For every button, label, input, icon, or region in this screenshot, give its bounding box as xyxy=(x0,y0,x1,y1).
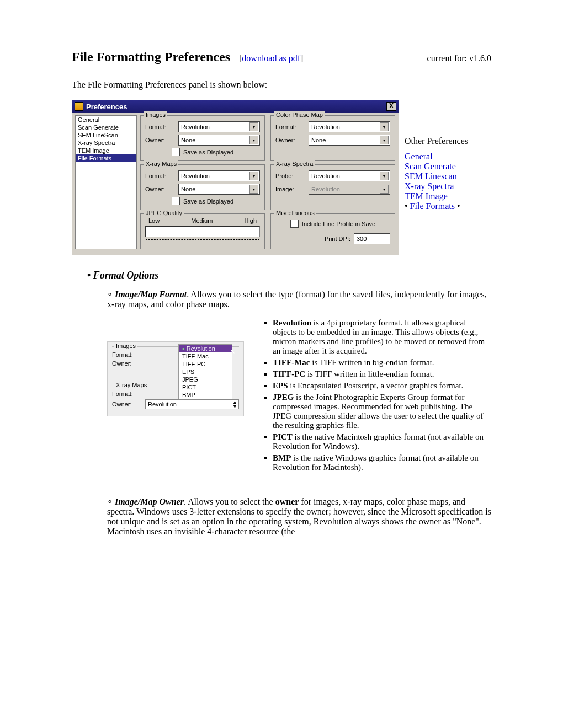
sidebar-item-xray-spectra[interactable]: X-ray Spectra xyxy=(76,139,136,147)
desc-revolution: Revolution is a 4pi proprietary format. … xyxy=(273,318,491,356)
chevron-down-icon xyxy=(380,136,389,144)
include-line-profile-checkbox[interactable] xyxy=(290,220,299,228)
intro-text: The File Formatting Preferences panel is… xyxy=(72,80,491,90)
xrm-owner-label: Owner: xyxy=(145,186,175,192)
xrs-probe-dropdown[interactable]: Revolution xyxy=(309,170,390,181)
option-tiff-mac[interactable]: TIFF-Mac xyxy=(179,352,232,360)
desc-bmp: BMP is the native Windows graphics forma… xyxy=(273,453,491,472)
xrm-format-dropdown[interactable]: Revolution xyxy=(178,170,260,181)
xrm-owner-dropdown[interactable]: None xyxy=(178,184,260,195)
include-line-profile-label: Include Line Profile in Save xyxy=(302,221,375,227)
desc-tiff-mac: TIFF-Mac is TIFF written in big-endian f… xyxy=(273,358,491,367)
owner-word: owner xyxy=(275,497,299,506)
cpm-format-label: Format: xyxy=(275,124,305,130)
sidebar-item-sem-linescan[interactable]: SEM LineScan xyxy=(76,131,136,139)
chevron-down-icon xyxy=(249,172,258,180)
cpm-owner-dropdown[interactable]: None xyxy=(309,135,390,146)
chevron-down-icon xyxy=(380,185,389,194)
download-link-wrap: [download as pdf] xyxy=(239,53,303,63)
dm-owner-label: Owner: xyxy=(112,360,141,367)
print-dpi-input[interactable]: 300 xyxy=(354,233,390,244)
preferences-sidebar: General Scan Generate SEM LineScan X-ray… xyxy=(75,115,137,249)
xrm-save-displayed-checkbox[interactable] xyxy=(172,197,180,205)
jpeg-quality-slider[interactable] xyxy=(145,226,260,237)
xray-spectra-legend: X-ray Spectra xyxy=(274,160,315,167)
jpeg-low-label: Low xyxy=(148,217,160,224)
images-owner-label: Owner: xyxy=(145,137,175,143)
misc-group: Miscellaneous Include Line Profile in Sa… xyxy=(270,213,395,249)
nav-scan-generate-link[interactable]: Scan Generate xyxy=(405,162,468,172)
other-preferences-nav: Other Preferences General Scan Generate … xyxy=(405,100,468,211)
images-owner-dropdown[interactable]: None xyxy=(178,135,260,146)
format-dropdown-mock: Images Format: Owner: X-ray Maps Format:… xyxy=(107,341,244,416)
dm-images-legend: Images xyxy=(114,342,137,349)
window-title: Preferences xyxy=(86,103,127,111)
close-icon[interactable]: X xyxy=(386,102,396,111)
option-bmp[interactable]: BMP xyxy=(179,391,232,399)
image-map-format-title: Image/Map Format xyxy=(115,290,187,299)
sidebar-item-general[interactable]: General xyxy=(76,116,136,124)
xrs-probe-label: Probe: xyxy=(275,173,305,179)
sidebar-item-file-formats[interactable]: File Formats xyxy=(76,154,136,162)
option-eps[interactable]: EPS xyxy=(179,368,232,376)
nav-file-formats-link[interactable]: File Formats xyxy=(410,201,455,211)
dm-xray-legend: X-ray Maps xyxy=(114,382,148,388)
nav-xray-spectra-link[interactable]: X-ray Spectra xyxy=(405,181,468,191)
chevron-down-icon xyxy=(380,172,389,180)
stepper-icon: ▲▼ xyxy=(232,400,237,409)
images-group: Images Format: Revolution Owner: None Sa… xyxy=(140,115,265,161)
format-options-list[interactable]: Revolution↖ TIFF-Mac TIFF-PC EPS JPEG PI… xyxy=(178,344,232,399)
dm-xray-format-select[interactable]: Revolution▲▼ xyxy=(145,399,239,409)
desc-jpeg: JPEG is the Joint Photographic Experts G… xyxy=(273,393,491,430)
color-phase-legend: Color Phase Map xyxy=(274,111,325,118)
image-map-owner-item: ∘ Image/Map Owner. Allows you to select … xyxy=(107,496,491,537)
version-label: current for: v1.6.0 xyxy=(427,53,491,63)
sidebar-item-tem-image[interactable]: TEM Image xyxy=(76,147,136,154)
desc-eps: EPS is Encapsulated Postscript, a vector… xyxy=(273,381,491,390)
sidebar-item-scan-generate[interactable]: Scan Generate xyxy=(76,124,136,131)
other-prefs-header: Other Preferences xyxy=(405,136,468,146)
nav-file-formats-current: • File Formats • xyxy=(405,201,468,211)
print-dpi-label: Print DPI: xyxy=(325,235,350,242)
nav-sem-linescan-link[interactable]: SEM Linescan xyxy=(405,172,468,181)
nav-general-link[interactable]: General xyxy=(405,152,468,162)
jpeg-high-label: High xyxy=(244,217,257,224)
dm-format-label: Format: xyxy=(112,351,141,358)
jpeg-quality-group: JPEG Quality Low Medium High xyxy=(140,213,265,249)
window-titlebar: Preferences X xyxy=(72,100,399,113)
images-legend: Images xyxy=(144,111,167,118)
images-save-displayed-checkbox[interactable] xyxy=(172,148,180,156)
jpeg-med-label: Medium xyxy=(191,217,213,224)
page-title: File Formatting Preferences xyxy=(72,50,230,65)
option-jpeg[interactable]: JPEG xyxy=(179,376,232,383)
preferences-window: Preferences X General Scan Generate SEM … xyxy=(72,100,399,255)
xray-maps-legend: X-ray Maps xyxy=(144,160,178,167)
desc-pict: PICT is the native Macintosh graphics fo… xyxy=(273,432,491,451)
xrs-image-label: Image: xyxy=(275,186,305,192)
color-phase-group: Color Phase Map Format: Revolution Owner… xyxy=(270,115,395,161)
xrm-save-displayed-label: Save as Displayed xyxy=(183,198,233,205)
cpm-format-dropdown[interactable]: Revolution xyxy=(309,121,390,132)
image-map-owner-title: Image/Map Owner xyxy=(115,497,184,506)
nav-tem-image-link[interactable]: TEM Image xyxy=(405,191,468,201)
xray-maps-group: X-ray Maps Format: Revolution Owner: Non… xyxy=(140,164,265,210)
chevron-down-icon xyxy=(249,122,258,131)
xrs-image-dropdown: Revolution xyxy=(309,184,390,195)
dm-xray-owner-label: Owner: xyxy=(112,401,141,408)
misc-legend: Miscellaneous xyxy=(274,210,316,216)
option-pict[interactable]: PICT xyxy=(179,383,232,391)
images-format-label: Format: xyxy=(145,124,175,130)
chevron-down-icon xyxy=(249,185,258,194)
images-save-displayed-label: Save as Displayed xyxy=(183,149,233,156)
window-icon xyxy=(75,102,83,111)
jpeg-legend: JPEG Quality xyxy=(144,210,184,216)
images-format-dropdown[interactable]: Revolution xyxy=(178,121,260,132)
format-options-heading: Format Options xyxy=(87,270,491,281)
option-tiff-pc[interactable]: TIFF-PC xyxy=(179,360,232,368)
option-revolution[interactable]: Revolution↖ xyxy=(179,345,232,352)
chevron-down-icon xyxy=(249,136,258,144)
xrm-format-label: Format: xyxy=(145,173,175,179)
download-pdf-link[interactable]: download as pdf xyxy=(242,53,300,63)
cpm-owner-label: Owner: xyxy=(275,137,305,143)
desc-tiff-pc: TIFF-PC is TIFF written in little-endian… xyxy=(273,370,491,379)
